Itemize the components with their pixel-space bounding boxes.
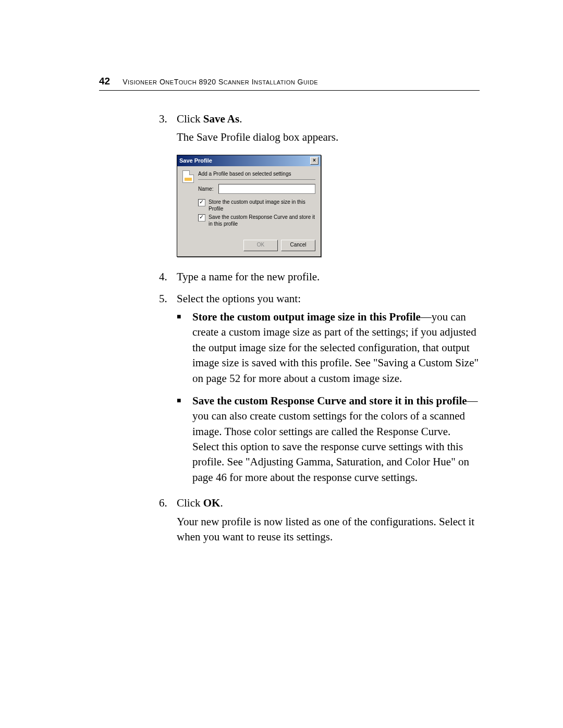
bullet-2: ■ Save the custom Response Curve and sto… bbox=[177, 393, 480, 485]
bullet-text: Save the custom Response Curve and store… bbox=[192, 393, 480, 485]
bullet-1: ■ Store the custom output image size in … bbox=[177, 310, 480, 386]
page-number: 42 bbox=[99, 76, 110, 87]
step-text: Type a name for the new profile. bbox=[177, 269, 480, 285]
content-area: 3. Click Save As. The Save Profile dialo… bbox=[159, 112, 480, 548]
header-title: VISIONEER ONETOUCH 8920 SCANNER INSTALLA… bbox=[123, 78, 318, 86]
name-input[interactable] bbox=[218, 184, 315, 194]
step-number: 3. bbox=[159, 112, 177, 266]
dialog-titlebar: Save Profile × bbox=[177, 155, 321, 166]
dialog-title: Save Profile bbox=[179, 157, 212, 165]
checkbox-row-1[interactable]: Store the custom output image size in th… bbox=[198, 199, 315, 212]
step-subtext: The Save Profile dialog box appears. bbox=[177, 130, 480, 145]
bullet-text: Store the custom output image size in th… bbox=[192, 310, 480, 386]
profile-icon bbox=[182, 170, 194, 183]
step-6: 6. Click OK. Your new profile is now lis… bbox=[159, 496, 480, 548]
cancel-button[interactable]: Cancel bbox=[281, 240, 315, 251]
checkbox-icon[interactable] bbox=[198, 199, 205, 206]
square-bullet-icon: ■ bbox=[177, 310, 192, 386]
step-text: Select the options you want: bbox=[177, 291, 480, 306]
step-3: 3. Click Save As. The Save Profile dialo… bbox=[159, 112, 480, 266]
step-5: 5. Select the options you want: ■ Store … bbox=[159, 291, 480, 493]
step-number: 5. bbox=[159, 291, 177, 493]
dialog-heading: Add a Profile based on selected settings bbox=[198, 170, 315, 180]
checkbox-icon[interactable] bbox=[198, 214, 205, 221]
step-4: 4. Type a name for the new profile. bbox=[159, 269, 480, 288]
ok-button[interactable]: OK bbox=[243, 240, 278, 251]
checkbox-label: Save the custom Response Curve and store… bbox=[209, 214, 315, 227]
step-text: Click Save As. bbox=[177, 112, 480, 127]
checkbox-label: Store the custom output image size in th… bbox=[209, 199, 315, 212]
step-text: Click OK. bbox=[177, 496, 480, 511]
step-number: 4. bbox=[159, 269, 177, 288]
page-header: 42 VISIONEER ONETOUCH 8920 SCANNER INSTA… bbox=[99, 76, 480, 91]
square-bullet-icon: ■ bbox=[177, 393, 192, 485]
close-icon[interactable]: × bbox=[310, 157, 319, 165]
save-profile-dialog: Save Profile × Add a Profile based on se… bbox=[177, 155, 321, 257]
name-label: Name: bbox=[198, 186, 213, 193]
step-followup: Your new profile is now listed as one of… bbox=[177, 514, 480, 545]
step-number: 6. bbox=[159, 496, 177, 548]
checkbox-row-2[interactable]: Save the custom Response Curve and store… bbox=[198, 214, 315, 227]
